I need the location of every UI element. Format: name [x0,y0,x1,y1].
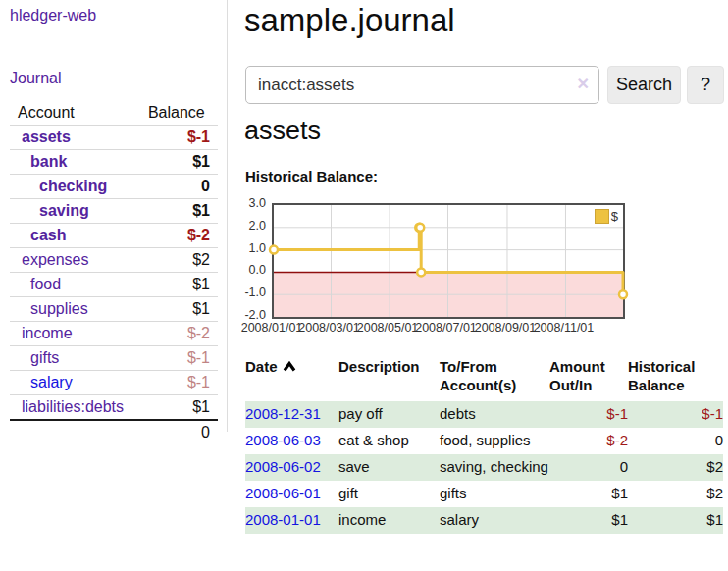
register-accounts: salary [440,507,549,534]
sidebar-item-journal[interactable]: Journal [10,70,61,87]
sidebar-account-assets[interactable]: assets [22,129,71,145]
account-row: supplies$1 [10,297,218,322]
sidebar-account-liabilities-debts[interactable]: liabilities:debts [22,398,124,415]
register-row: 2008-01-01incomesalary$1$1 [245,507,723,534]
account-balance: $2 [140,248,218,273]
accounts-header-balance: Balance [140,101,218,126]
register-amount: $-2 [549,428,628,454]
sidebar-account-bank[interactable]: bank [30,153,67,170]
register-balance: $2 [628,454,723,481]
register-balance: $2 [628,481,723,507]
sidebar-account-salary[interactable]: salary [30,374,73,390]
search-button[interactable]: Search [607,66,681,104]
search-input[interactable] [245,66,599,104]
register-header-accounts: To/From Account(s) [440,357,549,401]
chart-legend: $ [595,209,618,224]
y-axis-tick-label: 1.0 [240,240,266,256]
register-amount: 0 [549,454,628,481]
register-header-balance: Historical Balance [628,357,723,401]
register-amount: $1 [549,481,628,507]
account-row: liabilities:debts$1 [10,395,218,421]
register-date-link[interactable]: 2008-12-31 [245,405,321,422]
account-balance: $-1 [140,371,218,395]
register-balance: $1 [628,507,723,534]
register-date-link[interactable]: 2008-06-01 [245,485,321,501]
register-row: 2008-06-01giftgifts$1$2 [245,481,723,507]
register-header-date[interactable]: Date [245,357,338,401]
accounts-table: Account Balance assets$-1bank$1checking0… [10,101,218,444]
account-balance: 0 [140,175,218,199]
sidebar-account-supplies[interactable]: supplies [30,300,88,317]
account-balance: $1 [140,199,218,224]
search-form: ✕ [245,66,599,104]
register-date-link[interactable]: 2008-06-03 [245,432,321,448]
chart-title-label: Historical Balance: [245,168,378,184]
sidebar-divider [227,0,228,432]
account-row: checking0 [10,175,218,199]
account-row: assets$-1 [10,126,218,150]
sidebar-account-gifts[interactable]: gifts [30,349,59,366]
y-axis-tick-label: 0.0 [240,262,266,278]
register-table: Date Description To/From Account(s) Amou… [245,357,723,534]
register-balance: 0 [628,428,723,454]
register-description: income [338,507,440,534]
register-accounts: debts [440,401,549,428]
account-row: bank$1 [10,150,218,175]
account-row: salary$-1 [10,371,218,395]
help-button[interactable]: ? [687,66,724,104]
accounts-header-account: Account [10,101,140,126]
register-row: 2008-06-02savesaving, checking0$2 [245,454,723,481]
register-header-row: Date Description To/From Account(s) Amou… [245,357,723,401]
account-row: cash$-2 [10,224,218,248]
x-axis-tick-label: 2008/11/01 [529,321,598,335]
sidebar-account-cash[interactable]: cash [30,227,66,243]
sidebar-account-checking[interactable]: checking [39,178,107,194]
register-row: 2008-06-03eat & shopfood, supplies$-20 [245,428,723,454]
register-description: eat & shop [338,428,440,454]
balance-step-line[interactable] [274,205,623,317]
accounts-total-value: 0 [140,420,218,444]
account-balance: $1 [140,395,218,421]
account-balance: $-2 [140,224,218,248]
register-amount: $-1 [549,401,628,428]
accounts-header-row: Account Balance [10,101,218,126]
sort-ascending-icon [283,357,296,376]
register-accounts: saving, checking [440,454,549,481]
register-header-amount: Amount Out/In [549,357,628,401]
register-description: gift [338,481,440,507]
account-row: gifts$-1 [10,346,218,371]
account-balance: $-1 [140,126,218,150]
brand-link[interactable]: hledger-web [10,7,96,25]
account-heading: assets [244,116,321,146]
account-balance: $-2 [140,322,218,346]
register-date-link[interactable]: 2008-06-02 [245,458,321,475]
y-axis-tick-label: 3.0 [240,195,266,211]
sidebar-account-saving[interactable]: saving [39,202,89,219]
register-accounts: gifts [440,481,549,507]
register-amount: $1 [549,507,628,534]
register-date-link[interactable]: 2008-01-01 [245,511,321,528]
register-accounts: food, supplies [440,428,549,454]
register-balance: $-1 [628,401,723,428]
page-title: sample.journal [244,2,455,39]
register-row: 2008-12-31pay offdebts$-1$-1 [245,401,723,428]
sidebar-account-food[interactable]: food [30,276,61,292]
chart-plot-area[interactable]: $ [272,203,625,319]
account-balance: $1 [140,297,218,322]
account-balance: $1 [140,273,218,297]
account-row: income$-2 [10,322,218,346]
clear-search-icon[interactable]: ✕ [577,75,590,93]
account-row: expenses$2 [10,248,218,273]
accounts-total-row: 0 [10,420,218,444]
register-description: save [338,454,440,481]
historical-balance-chart: $ 3.02.01.00.0-1.0-2.02008/01/012008/03/… [240,190,723,339]
legend-swatch-icon [595,209,609,224]
y-axis-tick-label: 2.0 [240,218,266,234]
register-header-description: Description [338,357,440,401]
account-balance: $-1 [140,346,218,371]
account-row: food$1 [10,273,218,297]
sidebar-account-income[interactable]: income [22,325,73,341]
sidebar-account-expenses[interactable]: expenses [22,251,89,268]
account-balance: $1 [140,150,218,175]
y-axis-tick-label: -1.0 [240,285,266,300]
